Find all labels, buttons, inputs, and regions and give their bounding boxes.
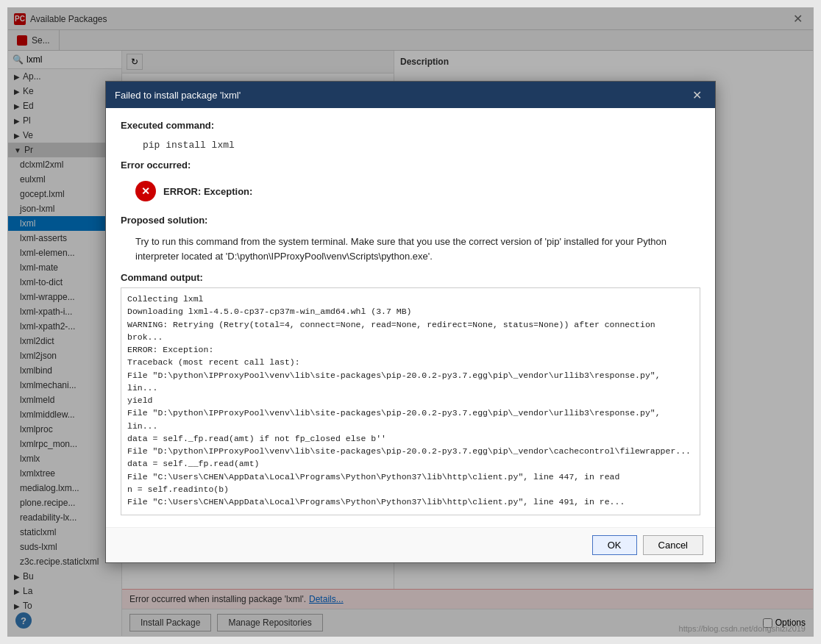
solution-label: Proposed solution: (121, 215, 700, 226)
cancel-button[interactable]: Cancel (643, 535, 703, 555)
command-output-box: Collecting lxml Downloading lxml-4.5.0-c… (121, 287, 700, 515)
modal-close-button[interactable]: ✕ (688, 87, 706, 104)
command-text: pip install lxml (121, 137, 700, 160)
error-message-text: ERROR: Exception: (163, 186, 252, 197)
modal-footer: OK Cancel (106, 527, 715, 562)
error-circle-icon: ✕ (135, 181, 156, 201)
modal-body: Executed command: pip install lxml Error… (106, 108, 715, 527)
modal-overlay: Failed to install package 'lxml' ✕ Execu… (8, 8, 813, 636)
output-label: Command output: (121, 272, 700, 283)
modal-title: Failed to install package 'lxml' (115, 90, 688, 101)
main-window: PC Available Packages ✕ Se... 🔍 ✕ ▶ Ap..… (7, 7, 814, 637)
error-section: Error occurred: ✕ ERROR: Exception: (121, 160, 700, 206)
error-row: ✕ ERROR: Exception: (121, 176, 700, 206)
executed-label: Executed command: (121, 120, 700, 131)
modal-titlebar: Failed to install package 'lxml' ✕ (106, 82, 715, 108)
error-modal: Failed to install package 'lxml' ✕ Execu… (105, 81, 716, 563)
solution-text: Try to run this command from the system … (121, 232, 700, 272)
ok-button[interactable]: OK (592, 535, 637, 555)
error-occurred-label: Error occurred: (121, 160, 700, 171)
